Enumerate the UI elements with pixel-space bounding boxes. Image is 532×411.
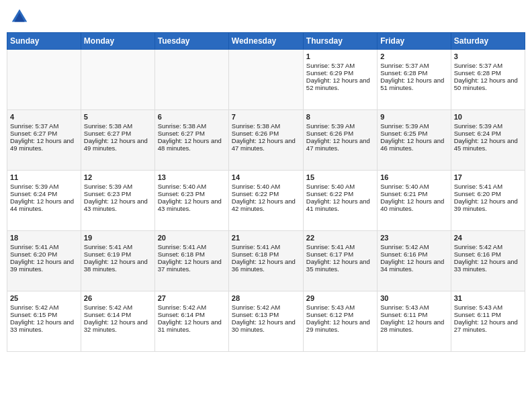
calendar-cell: 7 Sunrise: 5:38 AM Sunset: 6:26 PM Dayli… — [228, 110, 303, 171]
daylight-label: Daylight: 12 hours and 49 minutes. — [10, 137, 74, 152]
sunset-label: Sunset: 6:15 PM — [10, 311, 57, 318]
daylight-label: Daylight: 12 hours and 43 minutes. — [158, 197, 222, 212]
sunrise-label: Sunrise: 5:42 AM — [10, 304, 58, 311]
calendar-cell: 15 Sunrise: 5:40 AM Sunset: 6:22 PM Dayl… — [303, 171, 377, 231]
calendar-cell: 10 Sunrise: 5:39 AM Sunset: 6:24 PM Dayl… — [451, 110, 525, 171]
calendar-cell: 8 Sunrise: 5:39 AM Sunset: 6:26 PM Dayli… — [303, 110, 377, 171]
sunset-label: Sunset: 6:20 PM — [10, 250, 57, 258]
sunrise-label: Sunrise: 5:41 AM — [84, 243, 132, 250]
day-number: 14 — [232, 173, 300, 181]
sunrise-label: Sunrise: 5:37 AM — [306, 62, 355, 69]
sunset-label: Sunset: 6:24 PM — [454, 130, 501, 137]
calendar-cell: 26 Sunrise: 5:42 AM Sunset: 6:14 PM Dayl… — [81, 291, 154, 352]
sunset-label: Sunset: 6:29 PM — [306, 69, 353, 77]
logo-icon — [9, 7, 30, 27]
day-number: 22 — [306, 234, 374, 242]
calendar-cell: 25 Sunrise: 5:42 AM Sunset: 6:15 PM Dayl… — [7, 291, 81, 352]
sunset-label: Sunset: 6:22 PM — [232, 190, 279, 197]
calendar-cell — [154, 50, 228, 110]
calendar-cell: 3 Sunrise: 5:37 AM Sunset: 6:28 PM Dayli… — [451, 50, 525, 110]
calendar-cell: 1 Sunrise: 5:37 AM Sunset: 6:29 PM Dayli… — [303, 50, 377, 110]
daylight-label: Daylight: 12 hours and 44 minutes. — [10, 197, 74, 212]
day-number: 19 — [84, 234, 152, 242]
sunrise-label: Sunrise: 5:41 AM — [158, 243, 206, 250]
day-number: 15 — [306, 173, 374, 181]
sunrise-label: Sunrise: 5:40 AM — [232, 183, 280, 190]
calendar-cell — [228, 50, 303, 110]
day-header-saturday: Saturday — [451, 33, 525, 50]
calendar-header-row: SundayMondayTuesdayWednesdayThursdayFrid… — [7, 33, 525, 50]
calendar-cell: 18 Sunrise: 5:41 AM Sunset: 6:20 PM Dayl… — [7, 231, 81, 291]
daylight-label: Daylight: 12 hours and 35 minutes. — [306, 258, 370, 273]
daylight-label: Daylight: 12 hours and 41 minutes. — [306, 197, 370, 212]
calendar-table: SundayMondayTuesdayWednesdayThursdayFrid… — [7, 32, 525, 352]
sunset-label: Sunset: 6:23 PM — [84, 190, 131, 197]
day-number: 31 — [454, 294, 522, 302]
calendar-week-2: 4 Sunrise: 5:37 AM Sunset: 6:27 PM Dayli… — [7, 110, 525, 171]
calendar-cell: 28 Sunrise: 5:42 AM Sunset: 6:13 PM Dayl… — [228, 291, 303, 352]
calendar-cell: 29 Sunrise: 5:43 AM Sunset: 6:12 PM Dayl… — [303, 291, 377, 352]
daylight-label: Daylight: 12 hours and 31 minutes. — [158, 318, 222, 333]
sunrise-label: Sunrise: 5:43 AM — [380, 304, 429, 311]
calendar-cell: 5 Sunrise: 5:38 AM Sunset: 6:27 PM Dayli… — [81, 110, 154, 171]
daylight-label: Daylight: 12 hours and 47 minutes. — [306, 137, 370, 152]
day-number: 10 — [454, 113, 522, 121]
day-header-friday: Friday — [378, 33, 451, 50]
sunrise-label: Sunrise: 5:42 AM — [158, 304, 206, 311]
calendar-cell: 27 Sunrise: 5:42 AM Sunset: 6:14 PM Dayl… — [154, 291, 228, 352]
day-number: 26 — [84, 294, 152, 302]
calendar-cell: 19 Sunrise: 5:41 AM Sunset: 6:19 PM Dayl… — [81, 231, 154, 291]
sunrise-label: Sunrise: 5:37 AM — [380, 62, 429, 69]
calendar-cell: 11 Sunrise: 5:39 AM Sunset: 6:24 PM Dayl… — [7, 171, 81, 231]
calendar-week-4: 18 Sunrise: 5:41 AM Sunset: 6:20 PM Dayl… — [7, 231, 525, 291]
sunset-label: Sunset: 6:27 PM — [10, 130, 57, 137]
day-number: 25 — [10, 294, 78, 302]
sunset-label: Sunset: 6:21 PM — [380, 190, 427, 197]
sunrise-label: Sunrise: 5:39 AM — [454, 122, 502, 130]
day-number: 9 — [380, 113, 447, 121]
sunset-label: Sunset: 6:12 PM — [306, 311, 353, 318]
calendar-cell: 23 Sunrise: 5:42 AM Sunset: 6:16 PM Dayl… — [378, 231, 451, 291]
calendar-week-1: 1 Sunrise: 5:37 AM Sunset: 6:29 PM Dayli… — [7, 50, 525, 110]
sunrise-label: Sunrise: 5:42 AM — [232, 304, 280, 311]
day-number: 8 — [306, 113, 374, 121]
sunset-label: Sunset: 6:24 PM — [10, 190, 57, 197]
daylight-label: Daylight: 12 hours and 45 minutes. — [454, 137, 518, 152]
day-number: 21 — [232, 234, 300, 242]
sunrise-label: Sunrise: 5:40 AM — [158, 183, 206, 190]
calendar-cell: 12 Sunrise: 5:39 AM Sunset: 6:23 PM Dayl… — [81, 171, 154, 231]
calendar-cell — [7, 50, 81, 110]
day-number: 30 — [380, 294, 447, 302]
daylight-label: Daylight: 12 hours and 52 minutes. — [306, 77, 370, 91]
daylight-label: Daylight: 12 hours and 49 minutes. — [84, 137, 148, 152]
daylight-label: Daylight: 12 hours and 50 minutes. — [454, 77, 518, 91]
sunrise-label: Sunrise: 5:39 AM — [84, 183, 132, 190]
daylight-label: Daylight: 12 hours and 33 minutes. — [454, 258, 518, 273]
daylight-label: Daylight: 12 hours and 36 minutes. — [232, 258, 296, 273]
day-number: 18 — [10, 234, 78, 242]
sunset-label: Sunset: 6:14 PM — [84, 311, 131, 318]
sunset-label: Sunset: 6:22 PM — [306, 190, 353, 197]
day-number: 29 — [306, 294, 374, 302]
day-number: 28 — [232, 294, 300, 302]
day-number: 6 — [158, 113, 226, 121]
daylight-label: Daylight: 12 hours and 27 minutes. — [454, 318, 518, 333]
calendar-week-3: 11 Sunrise: 5:39 AM Sunset: 6:24 PM Dayl… — [7, 171, 525, 231]
calendar-cell: 20 Sunrise: 5:41 AM Sunset: 6:18 PM Dayl… — [154, 231, 228, 291]
calendar-cell: 21 Sunrise: 5:41 AM Sunset: 6:18 PM Dayl… — [228, 231, 303, 291]
sunset-label: Sunset: 6:14 PM — [158, 311, 205, 318]
sunrise-label: Sunrise: 5:42 AM — [84, 304, 132, 311]
day-number: 12 — [84, 173, 152, 181]
sunrise-label: Sunrise: 5:38 AM — [232, 122, 280, 130]
sunset-label: Sunset: 6:18 PM — [158, 250, 205, 258]
sunset-label: Sunset: 6:27 PM — [84, 130, 131, 137]
daylight-label: Daylight: 12 hours and 30 minutes. — [232, 318, 296, 333]
day-number: 17 — [454, 173, 522, 181]
daylight-label: Daylight: 12 hours and 28 minutes. — [380, 318, 444, 333]
calendar-cell: 9 Sunrise: 5:39 AM Sunset: 6:25 PM Dayli… — [378, 110, 451, 171]
daylight-label: Daylight: 12 hours and 32 minutes. — [84, 318, 148, 333]
daylight-label: Daylight: 12 hours and 39 minutes. — [10, 258, 74, 273]
calendar-cell: 13 Sunrise: 5:40 AM Sunset: 6:23 PM Dayl… — [154, 171, 228, 231]
day-header-monday: Monday — [81, 33, 154, 50]
daylight-label: Daylight: 12 hours and 43 minutes. — [84, 197, 148, 212]
